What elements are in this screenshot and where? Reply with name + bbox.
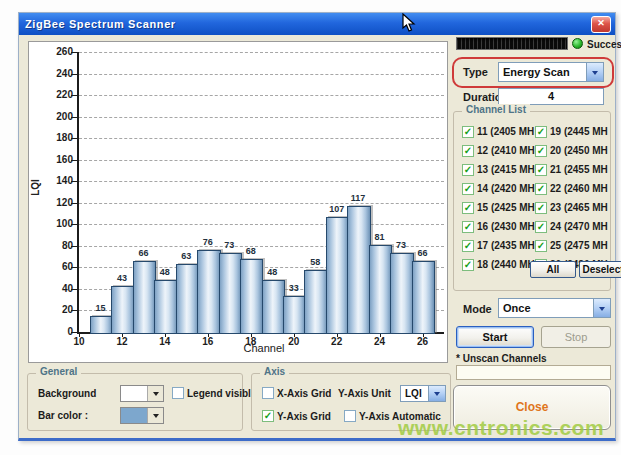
y-tick-mark	[71, 181, 77, 182]
y-tick-label: 200	[31, 111, 73, 122]
x-tick-label: 16	[195, 336, 221, 347]
channel-label: 22 (2460 MH	[550, 183, 608, 194]
channel-row: ✓17 (2435 MH✓25 (2475 MH	[462, 236, 608, 255]
y-tick-mark	[71, 332, 77, 333]
x-tick-label: 24	[367, 336, 393, 347]
y-tick-label: 120	[31, 197, 73, 208]
bar-color-dropdown[interactable]	[120, 407, 164, 424]
channel-item: ✓19 (2445 MH	[535, 126, 608, 138]
start-button[interactable]: Start	[456, 326, 534, 348]
channel-checkbox[interactable]: ✓	[535, 183, 547, 195]
channel-checkbox[interactable]: ✓	[462, 164, 474, 176]
type-dropdown-value: Energy Scan	[499, 66, 586, 78]
channel-checkbox[interactable]: ✓	[535, 240, 547, 252]
y-tick-label: 240	[31, 68, 73, 79]
channel-checkbox-grid: ✓11 (2405 MH✓19 (2445 MH✓12 (2410 MH✓20 …	[462, 122, 608, 274]
spectrum-chart-panel: LQI 020406080100120140160180200220240260…	[28, 41, 448, 363]
watermark: www.cntronics.com	[398, 416, 604, 440]
x-tick-mark	[79, 332, 80, 337]
chevron-down-icon[interactable]	[147, 386, 163, 401]
chevron-down-icon[interactable]	[593, 299, 610, 317]
channel-checkbox[interactable]: ✓	[462, 221, 474, 233]
y-axis-unit-dropdown[interactable]: LQI	[400, 385, 446, 402]
y-tick-label: 260	[31, 46, 73, 57]
chevron-down-icon[interactable]	[147, 408, 163, 423]
x-axis-grid-checkbox[interactable]	[262, 387, 274, 399]
y-axis-unit-label: Y-Axis Unit	[338, 388, 391, 399]
stop-button[interactable]: Stop	[541, 326, 611, 348]
close-icon[interactable]: ✕	[591, 16, 611, 33]
channel-label: 15 (2425 MH	[477, 202, 535, 213]
chevron-down-icon[interactable]	[428, 386, 445, 401]
background-label: Background	[38, 388, 96, 399]
channel-label: 11 (2405 MH	[477, 126, 534, 137]
y-tick-label: 220	[31, 89, 73, 100]
y-tick-mark	[71, 267, 77, 268]
chart-bar	[197, 250, 220, 334]
channel-checkbox[interactable]: ✓	[535, 126, 547, 138]
y-axis-automatic-checkbox[interactable]	[344, 410, 356, 422]
chart-bar	[304, 270, 327, 334]
deselect-button[interactable]: Deselect	[579, 261, 621, 278]
channel-label: 24 (2470 MH	[550, 221, 608, 232]
channel-item: ✓14 (2420 MH	[462, 183, 535, 195]
channel-checkbox[interactable]: ✓	[462, 202, 474, 214]
y-tick-mark	[71, 224, 77, 225]
channel-checkbox[interactable]: ✓	[535, 202, 547, 214]
y-tick-label: 100	[31, 218, 73, 229]
general-group-title: General	[36, 366, 81, 377]
channel-checkbox[interactable]: ✓	[535, 164, 547, 176]
channel-label: 17 (2435 MH	[477, 240, 535, 251]
y-gridline	[79, 203, 444, 204]
y-tick-label: 20	[31, 304, 73, 315]
channel-label: 14 (2420 MH	[477, 183, 535, 194]
channel-checkbox[interactable]: ✓	[462, 145, 474, 157]
y-axis-unit-value: LQI	[401, 388, 428, 399]
dialog-body: LQI 020406080100120140160180200220240260…	[19, 35, 615, 438]
channel-label: 19 (2445 MH	[550, 126, 608, 137]
chevron-down-icon[interactable]	[586, 63, 603, 81]
x-tick-label: 26	[410, 336, 436, 347]
y-gridline	[79, 160, 444, 161]
legend-visible-label: Legend visibl	[187, 388, 251, 399]
channel-checkbox[interactable]: ✓	[462, 183, 474, 195]
type-label: Type	[463, 66, 488, 78]
bar-value-label: 66	[410, 248, 436, 258]
y-tick-label: 80	[31, 240, 73, 251]
channel-checkbox[interactable]: ✓	[535, 145, 547, 157]
chart-bar	[176, 264, 199, 334]
y-tick-mark	[71, 117, 77, 118]
bar-color-label: Bar color :	[38, 410, 88, 421]
channel-checkbox[interactable]: ✓	[462, 240, 474, 252]
channel-item: ✓23 (2465 MH	[535, 202, 608, 214]
chart-bar	[390, 253, 413, 334]
channel-checkbox[interactable]: ✓	[462, 259, 474, 271]
chart-bar	[219, 253, 242, 334]
channel-checkbox[interactable]: ✓	[462, 126, 474, 138]
background-color-dropdown[interactable]	[120, 385, 164, 402]
bar-value-label: 66	[130, 248, 156, 258]
all-select-button[interactable]: All Select	[530, 261, 576, 278]
unscan-channels-field[interactable]	[456, 365, 611, 380]
legend-visible-checkbox[interactable]	[172, 387, 184, 399]
y-axis-grid-checkbox[interactable]: ✓	[262, 410, 274, 422]
y-gridline	[79, 117, 444, 118]
y-tick-mark	[71, 289, 77, 290]
channel-item: ✓12 (2410 MH	[462, 145, 535, 157]
y-tick-mark	[71, 246, 77, 247]
y-gridline	[79, 74, 444, 75]
bar-chart-plot: 0204060801001201401601802002202402601012…	[77, 52, 444, 334]
channel-label: 23 (2465 MH	[550, 202, 608, 213]
title-bar[interactable]: ZigBee Spectrum Scanner ✕	[19, 13, 615, 35]
channel-label: 21 (2455 MH	[550, 164, 608, 175]
y-tick-mark	[71, 310, 77, 311]
status-led-icon	[572, 38, 583, 49]
channel-checkbox[interactable]: ✓	[535, 221, 547, 233]
zigbee-scanner-window: ZigBee Spectrum Scanner ✕ LQI 0204060801…	[18, 12, 616, 441]
channel-item: ✓21 (2455 MH	[535, 164, 608, 176]
channel-item: ✓20 (2450 MH	[535, 145, 608, 157]
type-dropdown[interactable]: Energy Scan	[498, 62, 604, 82]
channel-list-title: Channel List	[462, 104, 530, 115]
duration-input[interactable]: 4	[498, 88, 604, 105]
mode-dropdown[interactable]: Once	[498, 298, 611, 318]
